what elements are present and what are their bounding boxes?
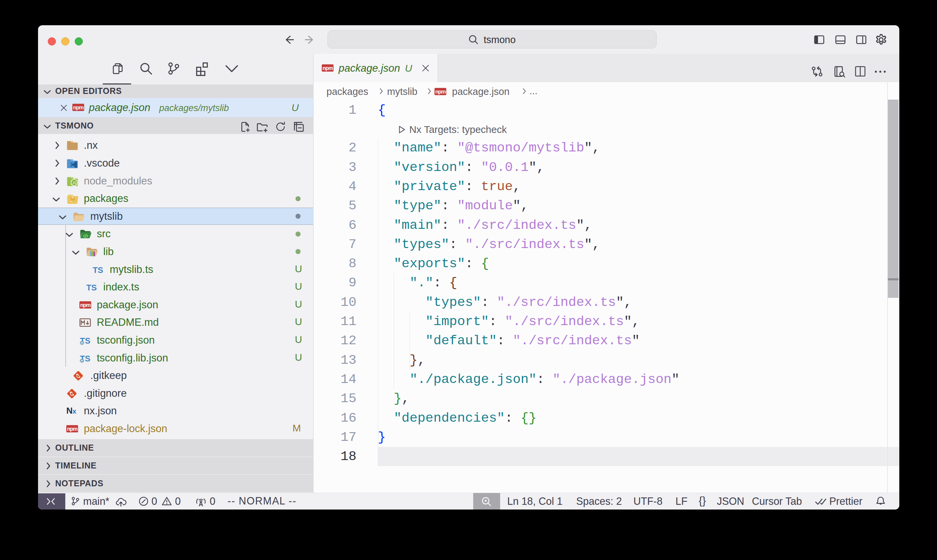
svg-text:N: N <box>66 406 73 415</box>
svg-text:npm: npm <box>435 89 446 95</box>
svg-text:TS: TS <box>86 283 97 292</box>
svg-text:JS: JS <box>72 180 76 185</box>
svg-text:x: x <box>72 408 76 415</box>
svg-text:npm: npm <box>80 302 91 308</box>
svg-text:npm: npm <box>73 105 84 111</box>
svg-text:npm: npm <box>322 65 333 71</box>
svg-text:npm: npm <box>67 426 78 432</box>
svg-text:TS: TS <box>93 265 103 274</box>
